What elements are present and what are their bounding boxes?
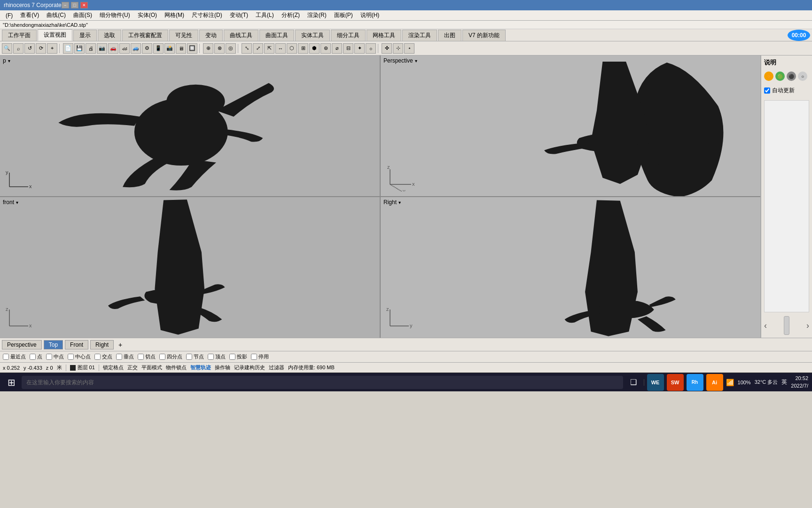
tb-btn-12[interactable]: 🚙 (131, 43, 141, 54)
snap-project-check[interactable] (229, 354, 235, 360)
taskbar-search[interactable] (22, 376, 623, 389)
snap-midpoint[interactable]: 中点 (46, 353, 64, 360)
tab-viewport-config[interactable]: 工作视窗配置 (122, 30, 168, 41)
vp-tab-right[interactable]: Right (90, 340, 114, 349)
tb-btn-23[interactable]: ⇱ (264, 43, 274, 54)
tb-btn-29[interactable]: ⌀ (332, 43, 342, 54)
snap-quad[interactable]: 四分点 (159, 353, 182, 360)
maximize-button[interactable]: □ (71, 2, 78, 8)
tb-btn-27[interactable]: ⬢ (309, 43, 320, 54)
taskbar-app-ai[interactable]: Ai (706, 374, 723, 391)
menu-item-f[interactable]: (F) (2, 11, 16, 20)
panel-nav-next[interactable]: › (806, 321, 809, 331)
smart-track[interactable]: 智慧轨迹 (190, 364, 211, 371)
start-button[interactable]: ⊞ (4, 375, 19, 390)
tab-subd-tools[interactable]: 细分工具 (331, 30, 366, 41)
snap-perp[interactable]: 垂点 (116, 353, 134, 360)
taskbar-app-sw[interactable]: SW (667, 374, 684, 391)
tab-display[interactable]: 显示 (73, 30, 97, 41)
tab-mesh-tools[interactable]: 网格工具 (367, 30, 401, 41)
tb-btn-28[interactable]: ⊛ (320, 43, 331, 54)
snap-tan-check[interactable] (138, 354, 144, 360)
tb-btn-25[interactable]: ⬡ (287, 43, 297, 54)
tb-btn-30[interactable]: ⊟ (343, 43, 353, 54)
tab-setview[interactable]: 设置视图 (38, 29, 72, 41)
tab-solid-tools[interactable]: 实体工具 (295, 30, 330, 41)
taskview-icon[interactable]: ❑ (626, 375, 641, 390)
tb-btn-26[interactable]: ⊞ (298, 43, 308, 54)
viewport-right[interactable]: Right ▾ (381, 197, 760, 338)
taskbar-app-we[interactable]: WE (647, 374, 664, 391)
vp-tab-perspective[interactable]: Perspective (2, 340, 42, 349)
orthogonal[interactable]: 正交 (127, 364, 138, 371)
tab-render-tools[interactable]: 渲染工具 (402, 30, 437, 41)
menu-item-panel[interactable]: 面板(P) (330, 10, 357, 20)
vp-tab-front[interactable]: Front (65, 340, 88, 349)
tb-btn-7[interactable]: 💾 (74, 43, 85, 54)
tb-btn-6[interactable]: 📄 (63, 43, 73, 54)
tb-btn-4[interactable]: ⟳ (36, 43, 46, 54)
viewport-perspective-dropdown[interactable]: ▾ (415, 58, 417, 64)
menu-item-transform[interactable]: 变动(T) (226, 10, 252, 20)
snap-intersect[interactable]: 交点 (94, 353, 112, 360)
op-axis[interactable]: 操作轴 (215, 364, 230, 371)
snap-knot[interactable]: 节点 (186, 353, 204, 360)
snap-midpoint-check[interactable] (46, 354, 52, 360)
tb-btn-21[interactable]: ⤡ (242, 43, 252, 54)
tb-btn-13[interactable]: ⚙ (142, 43, 152, 54)
tab-surface-tools[interactable]: 曲面工具 (259, 30, 294, 41)
tab-select[interactable]: 选取 (98, 30, 121, 41)
menu-item-surface[interactable]: 曲面(S) (70, 10, 96, 20)
autoupdate-checkbox[interactable] (764, 87, 770, 94)
snap-disable-check[interactable] (251, 354, 257, 360)
tb-btn-32[interactable]: ⟐ (366, 43, 376, 54)
snap-nearest-check[interactable] (3, 354, 9, 360)
object-lock[interactable]: 物件锁点 (166, 364, 187, 371)
panel-scrollbar[interactable] (784, 316, 789, 335)
tb-btn-5[interactable]: ⌖ (47, 43, 57, 54)
panel-checkbox-autoupdate[interactable]: 自动更新 (764, 87, 809, 95)
menu-item-help[interactable]: 说明(H) (357, 10, 383, 20)
tab-curve-tools[interactable]: 曲线工具 (224, 30, 258, 41)
viewport-perspective[interactable]: Perspective ▾ (381, 56, 760, 196)
tb-btn-10[interactable]: 🚗 (108, 43, 118, 54)
tab-transform[interactable]: 变动 (199, 30, 223, 41)
tb-btn-9[interactable]: 📷 (97, 43, 107, 54)
tb-btn-3[interactable]: ↺ (24, 43, 35, 54)
snap-perp-check[interactable] (116, 354, 122, 360)
tb-btn-18[interactable]: ⊕ (203, 43, 213, 54)
snap-disable[interactable]: 停用 (251, 353, 269, 360)
record-history[interactable]: 记录建构历史 (234, 364, 265, 371)
snap-center-check[interactable] (68, 354, 74, 360)
tb-btn-33[interactable]: ✜ (382, 43, 392, 54)
tb-btn-24[interactable]: ↔ (275, 43, 286, 54)
panel-icon-gray[interactable]: ⚫ (787, 71, 796, 81)
taskbar-app-rh[interactable]: Rh (687, 374, 703, 391)
menu-item-analyze[interactable]: 分析(Z) (278, 10, 304, 20)
panel-nav-prev[interactable]: ‹ (764, 321, 767, 331)
snap-vertex-check[interactable] (208, 354, 214, 360)
tb-btn-1[interactable]: 🔍 (2, 43, 12, 54)
viewport-top-left[interactable]: p ▾ (0, 56, 380, 196)
tab-workplane[interactable]: 工作平面 (2, 30, 37, 41)
tb-btn-16[interactable]: 🖥 (176, 43, 186, 54)
tb-btn-31[interactable]: ✦ (354, 43, 365, 54)
snap-quad-check[interactable] (159, 354, 165, 360)
tb-btn-34[interactable]: ⊹ (393, 43, 403, 54)
snap-center[interactable]: 中心点 (68, 353, 91, 360)
tb-btn-15[interactable]: 📸 (164, 43, 175, 54)
snap-tan[interactable]: 切点 (138, 353, 156, 360)
snap-knot-check[interactable] (186, 354, 192, 360)
tb-btn-14[interactable]: 📱 (153, 43, 164, 54)
tab-visibility[interactable]: 可见性 (169, 30, 198, 41)
tb-btn-19[interactable]: ⊗ (214, 43, 225, 54)
tb-btn-35[interactable]: ⋆ (404, 43, 414, 54)
filter[interactable]: 过滤器 (269, 364, 284, 371)
menu-item-dim[interactable]: 尺寸标注(D) (188, 10, 226, 20)
snap-point-check[interactable] (30, 354, 36, 360)
menu-item-tools[interactable]: 工具(L) (252, 10, 278, 20)
lock-grid[interactable]: 锁定格点 (103, 364, 124, 371)
viewport-front[interactable]: front ▾ (0, 197, 380, 338)
snap-project[interactable]: 投影 (229, 353, 247, 360)
snap-nearest[interactable]: 最近点 (3, 353, 26, 360)
